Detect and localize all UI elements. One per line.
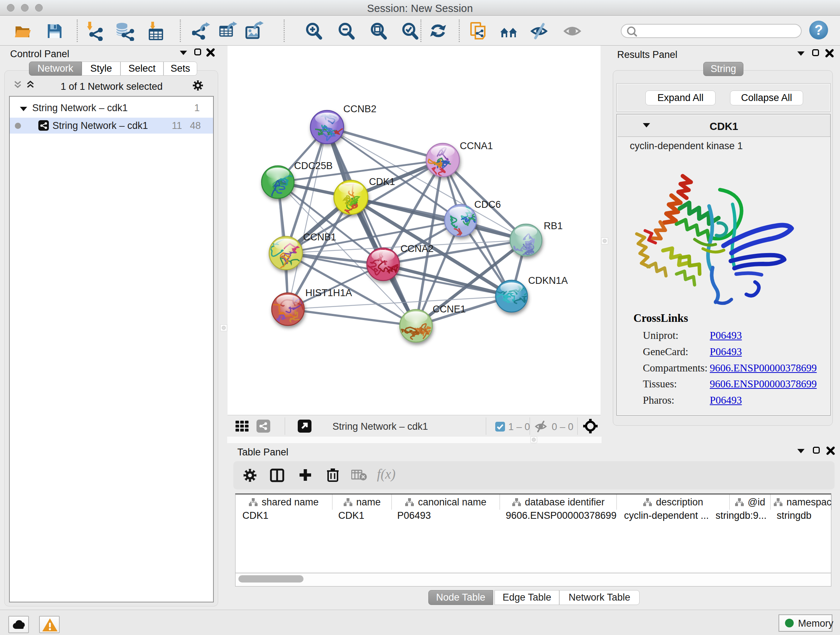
svg-text:CCNA2: CCNA2 — [401, 243, 434, 254]
svg-text:HIST1H1A: HIST1H1A — [305, 287, 352, 298]
svg-text:RB1: RB1 — [544, 220, 563, 231]
svg-text:CCNB1: CCNB1 — [303, 232, 336, 242]
svg-text:CDC25B: CDC25B — [294, 160, 333, 171]
svg-text:CCNB2: CCNB2 — [343, 103, 377, 114]
svg-text:CCNA1: CCNA1 — [460, 141, 493, 151]
svg-text:CDC6: CDC6 — [474, 199, 501, 210]
svg-text:CDKN1A: CDKN1A — [528, 275, 568, 286]
svg-text:CCNE1: CCNE1 — [433, 304, 466, 315]
svg-text:CDK1: CDK1 — [369, 176, 395, 187]
